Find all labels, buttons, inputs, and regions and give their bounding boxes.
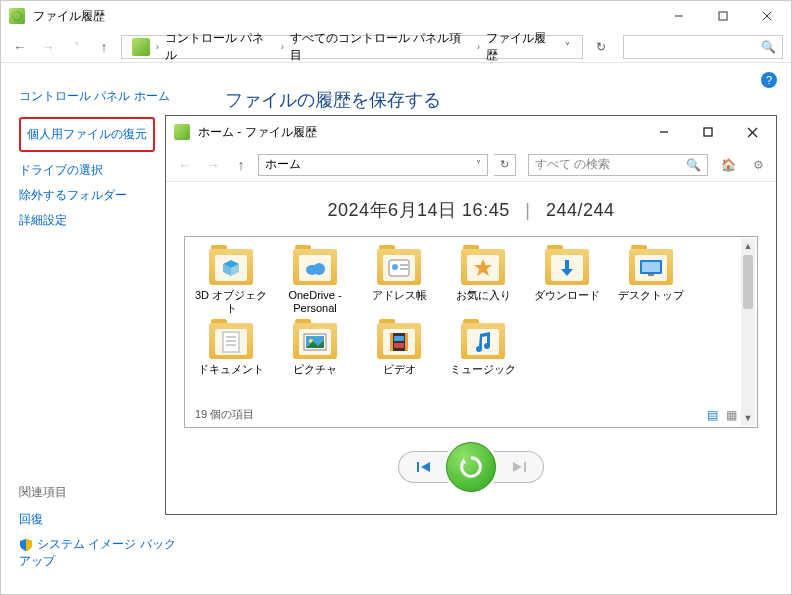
nav-restore-files[interactable]: 個人用ファイルの復元: [27, 122, 147, 147]
folder-icon: [377, 249, 421, 285]
folder-item[interactable]: ビデオ: [359, 319, 439, 380]
folder-item[interactable]: デスクトップ: [611, 245, 691, 319]
inner-window: ホーム - ファイル履歴 ← → ↑ ホーム ˅ ↻ すべて の検索 🔍 🏠 ⚙: [165, 115, 777, 515]
home-icon[interactable]: 🏠: [718, 155, 738, 175]
folder-item[interactable]: ミュージック: [443, 319, 523, 380]
folder-icon: [377, 323, 421, 359]
search-placeholder: すべて の検索: [535, 156, 610, 173]
nav-advanced[interactable]: 詳細設定: [19, 208, 184, 233]
folder-item[interactable]: アドレス帳: [359, 245, 439, 319]
file-grid: 3D オブジェクトOneDrive - Personalアドレス帳お気に入りダウ…: [185, 237, 757, 389]
chevron-right-icon: ›: [281, 41, 284, 52]
search-icon: 🔍: [686, 158, 701, 172]
svg-marker-17: [474, 259, 492, 276]
inner-search-input[interactable]: すべて の検索 🔍: [528, 154, 708, 176]
outer-titlebar: ファイル履歴: [1, 1, 791, 31]
help-icon[interactable]: ?: [761, 72, 777, 88]
inner-address-text: ホーム: [259, 156, 470, 173]
maximize-button[interactable]: [701, 2, 745, 30]
timestamp-date: 2024年6月14日 16:45: [328, 200, 510, 220]
restore-controls: [166, 442, 776, 492]
status-text: 19 個の項目: [195, 407, 254, 422]
breadcrumb-item[interactable]: ファイル履歴: [486, 30, 557, 64]
inner-title: ホーム - ファイル履歴: [198, 124, 642, 141]
breadcrumb-bar[interactable]: › コントロール パネル › すべてのコントロール パネル項目 › ファイル履歴…: [121, 35, 583, 59]
nav-recovery[interactable]: 回復: [19, 507, 184, 532]
breadcrumb-dropdown[interactable]: ˅: [559, 41, 576, 52]
up-button[interactable]: ↑: [93, 36, 115, 58]
left-nav: コントロール パネル ホーム 個人用ファイルの復元 ドライブの選択 除外するフォ…: [19, 84, 184, 233]
inner-address-bar[interactable]: ホーム ˅: [258, 154, 488, 176]
scroll-up-icon[interactable]: ▲: [741, 239, 755, 253]
recent-dropdown[interactable]: ˅: [65, 36, 87, 58]
chevron-right-icon: ›: [156, 41, 159, 52]
inner-minimize-button[interactable]: [642, 118, 686, 146]
folder-icon: [545, 249, 589, 285]
svg-rect-1: [719, 12, 727, 20]
svg-rect-5: [704, 128, 712, 136]
breadcrumb-item[interactable]: すべてのコントロール パネル項目: [290, 30, 471, 64]
nav-system-image-backup[interactable]: システム イメージ バックアップ: [19, 532, 184, 574]
scrollbar[interactable]: ▲ ▼: [741, 239, 755, 425]
svg-rect-21: [642, 262, 660, 272]
inner-maximize-button[interactable]: [686, 118, 730, 146]
svg-rect-22: [648, 274, 654, 276]
folder-item[interactable]: お気に入り: [443, 245, 523, 319]
breadcrumb-item[interactable]: コントロール パネル: [165, 30, 275, 64]
folder-label: お気に入り: [456, 289, 511, 302]
folder-label: ダウンロード: [534, 289, 600, 302]
folder-icon: [461, 249, 505, 285]
close-button[interactable]: [745, 2, 789, 30]
scroll-down-icon[interactable]: ▼: [741, 411, 755, 425]
folder-item[interactable]: OneDrive - Personal: [275, 245, 355, 319]
folder-label: OneDrive - Personal: [277, 289, 353, 315]
folder-label: ビデオ: [383, 363, 416, 376]
search-icon: 🔍: [761, 40, 776, 54]
refresh-button[interactable]: ↻: [589, 35, 613, 59]
inner-up-button[interactable]: ↑: [230, 154, 252, 176]
folder-item[interactable]: ドキュメント: [191, 319, 271, 380]
svg-point-14: [392, 264, 398, 270]
svg-rect-15: [400, 264, 408, 266]
minimize-button[interactable]: [657, 2, 701, 30]
previous-version-button[interactable]: [398, 451, 448, 483]
forward-button[interactable]: →: [37, 36, 59, 58]
folder-item[interactable]: ダウンロード: [527, 245, 607, 319]
nav-cp-home[interactable]: コントロール パネル ホーム: [19, 84, 184, 109]
folder-icon: [629, 249, 673, 285]
nav-select-drive[interactable]: ドライブの選択: [19, 158, 184, 183]
svg-marker-38: [461, 458, 467, 463]
gear-icon[interactable]: ⚙: [748, 155, 768, 175]
details-view-icon[interactable]: ▤: [707, 408, 718, 422]
next-version-button[interactable]: [494, 451, 544, 483]
folder-label: ドキュメント: [198, 363, 264, 376]
scroll-thumb[interactable]: [743, 255, 753, 309]
large-icons-view-icon[interactable]: ▦: [726, 408, 737, 422]
chevron-down-icon[interactable]: ˅: [470, 159, 487, 170]
svg-rect-34: [394, 336, 404, 341]
folder-icon: [293, 249, 337, 285]
folder-icon: [461, 323, 505, 359]
outer-search-input[interactable]: 🔍: [623, 35, 783, 59]
nav-exclude-folders[interactable]: 除外するフォルダー: [19, 183, 184, 208]
folder-label: 3D オブジェクト: [193, 289, 269, 315]
restore-icon: [457, 453, 485, 481]
svg-point-12: [313, 263, 325, 275]
svg-rect-40: [524, 462, 526, 472]
folder-item[interactable]: 3D オブジェクト: [191, 245, 271, 319]
inner-refresh-button[interactable]: ↻: [494, 154, 516, 176]
svg-rect-16: [400, 268, 408, 270]
folder-icon: [209, 323, 253, 359]
skip-forward-icon: [511, 461, 527, 473]
restore-button[interactable]: [446, 442, 496, 492]
main-heading: ファイルの履歴を保存する: [225, 88, 441, 112]
inner-close-button[interactable]: [730, 118, 774, 146]
back-button[interactable]: ←: [9, 36, 31, 58]
inner-titlebar: ホーム - ファイル履歴: [166, 116, 776, 148]
inner-forward-button[interactable]: →: [202, 154, 224, 176]
file-history-icon: [9, 8, 25, 24]
inner-back-button[interactable]: ←: [174, 154, 196, 176]
inner-toolbar: ← → ↑ ホーム ˅ ↻ すべて の検索 🔍 🏠 ⚙: [166, 148, 776, 182]
file-history-icon: [174, 124, 190, 140]
folder-item[interactable]: ピクチャ: [275, 319, 355, 380]
